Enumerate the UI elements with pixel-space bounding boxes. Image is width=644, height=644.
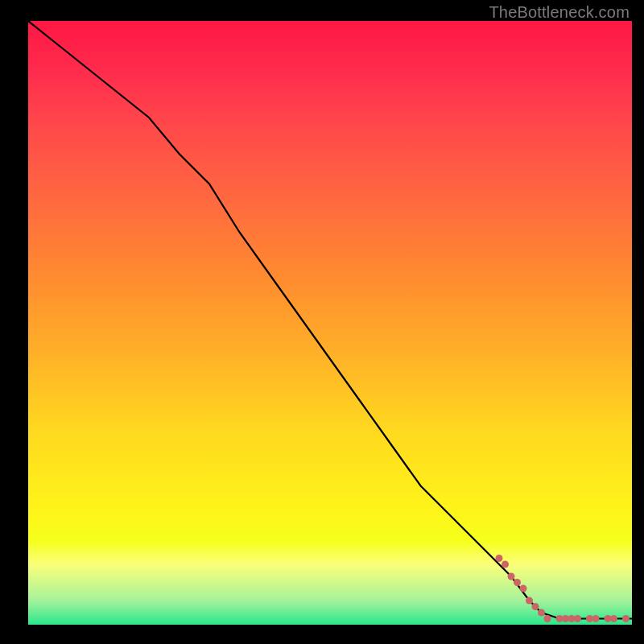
marker-point (496, 555, 503, 562)
marker-point (514, 579, 521, 586)
marker-point (532, 603, 539, 610)
marker-point (544, 615, 551, 622)
marker-point (508, 573, 515, 580)
marker-point (538, 609, 545, 617)
marker-point (610, 615, 617, 622)
marker-point (592, 615, 600, 622)
watermark-text: TheBottleneck.com (489, 3, 630, 22)
tail-markers-group (496, 555, 630, 622)
plot-area (28, 21, 632, 625)
marker-point (520, 585, 527, 592)
chart-frame: TheBottleneck.com (0, 0, 644, 644)
bottleneck-curve-line (28, 21, 632, 619)
chart-overlay (28, 21, 632, 625)
marker-point (502, 561, 509, 568)
marker-point (526, 597, 533, 605)
marker-point (574, 615, 581, 622)
marker-point (622, 615, 630, 622)
